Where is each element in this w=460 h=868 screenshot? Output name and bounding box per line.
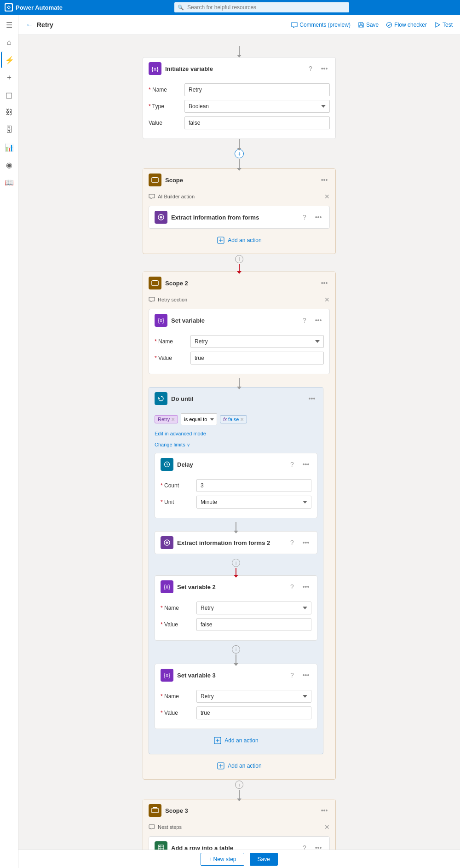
set-var-3-help[interactable]: ? xyxy=(287,670,298,681)
set-var-3-value-input[interactable] xyxy=(196,706,311,719)
back-button[interactable]: ← xyxy=(26,21,33,29)
edit-advanced-link[interactable]: Edit in advanced mode xyxy=(155,431,206,436)
scope-2-close[interactable]: ✕ xyxy=(324,296,330,303)
sidebar-item-templates[interactable]: ◫ xyxy=(1,87,17,103)
set-var-body: Name Retry Value xyxy=(149,331,329,374)
sidebar-item-solutions[interactable]: ◉ xyxy=(1,156,17,173)
init-var-more[interactable]: ••• xyxy=(319,63,330,74)
check-icon xyxy=(386,22,392,28)
add-step-btn-1[interactable]: + xyxy=(235,149,244,158)
scope-2-label: Retry section xyxy=(158,297,187,302)
scope-1-close[interactable]: ✕ xyxy=(324,193,330,200)
set-var-2-value-label: Value xyxy=(161,621,193,628)
add-icon xyxy=(217,237,224,244)
sidebar-item-create[interactable]: ＋ xyxy=(1,69,17,86)
nav-left: ← Retry xyxy=(26,21,53,29)
scope-2-add-action[interactable]: Add an action xyxy=(149,758,330,774)
scope-2-more[interactable]: ••• xyxy=(319,278,330,289)
scope-3-title: Scope 3 xyxy=(165,807,315,814)
comment-icon xyxy=(291,22,298,28)
delay-count-input[interactable] xyxy=(196,479,311,492)
set-var-3-value-row: Value xyxy=(161,706,311,719)
delay-help[interactable]: ? xyxy=(287,459,298,470)
do-until-title: Do until xyxy=(171,395,303,402)
set-var-more[interactable]: ••• xyxy=(313,315,324,326)
arrow-icon-7 xyxy=(239,790,240,799)
init-type-select[interactable]: Boolean xyxy=(184,100,330,113)
sidebar-item-monitor[interactable]: 📊 xyxy=(1,139,17,156)
set-var-3-card: {x} Set variable 3 ? ••• Name xyxy=(155,664,317,729)
do-until-more[interactable]: ••• xyxy=(306,393,317,404)
delay-unit-label: Unit xyxy=(161,499,193,505)
flow-title: Retry xyxy=(37,21,53,29)
bottom-save-button[interactable]: Save xyxy=(250,853,278,866)
do-until-header: Do until ••• xyxy=(149,388,323,410)
set-var-value-input[interactable] xyxy=(190,352,324,365)
main-content: {x} Initialize variable ? ••• Name Type … xyxy=(18,35,460,868)
scope-1-add-action[interactable]: Add an action xyxy=(149,232,330,248)
scope-3-close[interactable]: ✕ xyxy=(324,823,330,831)
scope-icon xyxy=(151,176,159,184)
delay-count-label: Count xyxy=(161,482,193,489)
set-var-2-value-row: Value xyxy=(161,618,311,631)
delay-unit-select[interactable]: Minute xyxy=(196,496,311,509)
set-var-name-select[interactable]: Retry xyxy=(190,335,324,348)
scope-3-label-row: Nest steps ✕ xyxy=(149,822,330,833)
new-step-button[interactable]: + New step xyxy=(201,853,244,866)
flow-checker-action[interactable]: Flow checker xyxy=(386,22,427,28)
red-arrow-2 xyxy=(236,568,236,575)
red-arrow-1 xyxy=(239,264,240,272)
set-var-2-more[interactable]: ••• xyxy=(300,581,311,592)
condition-value-x[interactable]: ✕ xyxy=(240,417,244,422)
set-var-3-more[interactable]: ••• xyxy=(300,670,311,681)
extract-forms-2-more[interactable]: ••• xyxy=(300,537,311,548)
forms-icon xyxy=(157,214,165,221)
init-value-row: Value xyxy=(149,116,330,129)
set-var-2-actions: ? ••• xyxy=(287,581,311,592)
arrow-icon-3 xyxy=(239,378,240,387)
set-var-3-name-select[interactable]: Retry xyxy=(196,690,311,703)
search-input[interactable] xyxy=(174,2,349,12)
condition-operator-select[interactable]: is equal to xyxy=(181,413,217,425)
scope-3-more[interactable]: ••• xyxy=(319,805,330,816)
comment-icon-2 xyxy=(149,296,155,303)
sidebar-item-connectors[interactable]: ⛓ xyxy=(1,104,17,121)
sidebar-item-data[interactable]: 🗄 xyxy=(1,122,17,138)
sidebar-item-flows[interactable]: ⚡ xyxy=(1,52,17,68)
do-until-add-action[interactable]: Add an action xyxy=(155,733,317,748)
init-value-input[interactable] xyxy=(184,116,330,129)
test-action[interactable]: Test xyxy=(434,22,453,28)
delay-more[interactable]: ••• xyxy=(300,459,311,470)
advanced-mode-row: Edit in advanced mode xyxy=(155,429,317,437)
condition-tag-x[interactable]: ✕ xyxy=(171,417,175,422)
sidebar-item-learn[interactable]: 📖 xyxy=(1,174,17,191)
scope-2-icon-svg xyxy=(151,279,159,287)
connector-4 xyxy=(155,522,317,531)
init-var-help[interactable]: ? xyxy=(305,63,316,74)
initialize-variable-card: {x} Initialize variable ? ••• Name Type … xyxy=(143,57,336,139)
save-action[interactable]: Save xyxy=(358,22,379,28)
init-var-body: Name Type Boolean Value xyxy=(143,80,335,139)
extract-forms-help[interactable]: ? xyxy=(299,212,310,223)
comments-action[interactable]: Comments (preview) xyxy=(291,22,351,28)
extract-forms-2-help[interactable]: ? xyxy=(287,537,298,548)
init-name-input[interactable] xyxy=(184,83,330,96)
set-var-3-name-label: Name xyxy=(161,693,193,700)
sidebar-item-home[interactable]: ⌂ xyxy=(1,34,17,51)
set-var-3-actions: ? ••• xyxy=(287,670,311,681)
set-var-2-name-select[interactable]: Retry xyxy=(196,602,311,614)
delay-title: Delay xyxy=(177,461,283,468)
set-var-2-value-input[interactable] xyxy=(196,618,311,631)
scope-1-more[interactable]: ••• xyxy=(319,174,330,185)
extract-forms-more[interactable]: ••• xyxy=(313,212,324,223)
connector-5: i xyxy=(155,558,317,575)
set-var-help[interactable]: ? xyxy=(299,315,310,326)
init-var-title: Initialize variable xyxy=(165,65,301,72)
set-var-2-help[interactable]: ? xyxy=(287,581,298,592)
init-name-row: Name xyxy=(149,83,330,96)
change-limits-link[interactable]: Change limits ∨ xyxy=(155,442,190,447)
do-until-body: Retry ✕ is equal to fx false ✕ xyxy=(149,410,323,754)
delay-count-row: Count xyxy=(161,479,311,492)
svg-rect-16 xyxy=(153,807,157,808)
sidebar-item-menu[interactable]: ☰ xyxy=(1,17,17,33)
